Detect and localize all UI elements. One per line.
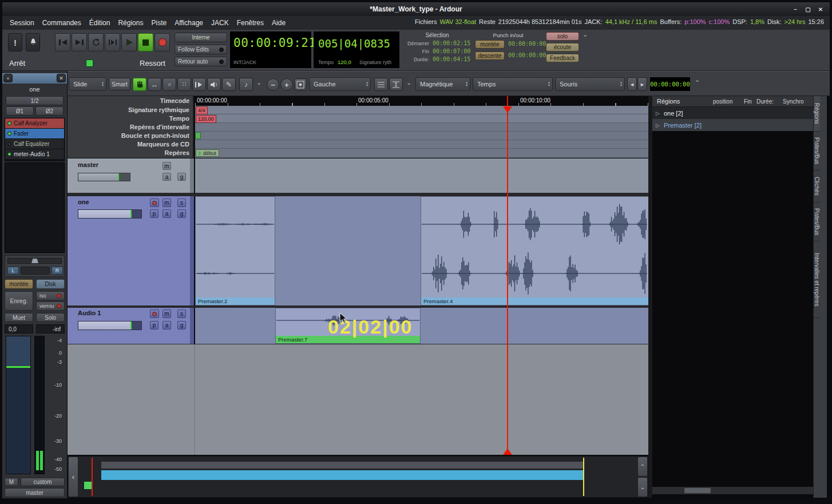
audio1-playlist-button[interactable]: p [150, 321, 159, 330]
pan-left-label[interactable]: L [7, 267, 19, 275]
one-gain-slider[interactable] [78, 209, 142, 219]
region-name-bar[interactable]: Premaster.4 [421, 297, 648, 305]
track-header-master[interactable]: master m a g [68, 158, 194, 193]
region-premaster4[interactable]: Premaster.4 [421, 196, 648, 305]
edit-point-combo[interactable]: Souris ▴▾ [555, 77, 625, 91]
record-enable-button[interactable]: Enreg. [5, 291, 33, 311]
tempo-marker[interactable]: 120,00 [196, 115, 216, 123]
processor-item[interactable]: Calf Equalizer [5, 139, 64, 149]
snap-mode-combo[interactable]: Magnétique ▴▾ [415, 77, 470, 91]
monitor-button[interactable]: écoute [546, 43, 579, 51]
punch-in-button[interactable]: montée [475, 40, 505, 49]
content-tool-button[interactable] [192, 78, 206, 91]
loop-range-marker[interactable] [195, 132, 201, 139]
playhead-bottom-marker-icon[interactable] [503, 449, 512, 455]
play-button[interactable] [121, 33, 137, 51]
pan-center-display[interactable] [21, 267, 50, 275]
menu-aide[interactable]: Aide [268, 17, 290, 29]
zoom-out-button[interactable]: − [267, 78, 279, 91]
follow-edits-button[interactable]: Follow Edits [175, 45, 227, 54]
meter-ruler[interactable]: 4/4 [195, 106, 648, 114]
pan-right-label[interactable]: R [51, 267, 63, 275]
nudge-forward-button[interactable]: ▸ [637, 77, 647, 91]
minimize-icon[interactable]: – [791, 5, 800, 13]
solo-button[interactable]: solo [546, 32, 579, 41]
timecode-ruler[interactable]: 00:00:00:00 00:00:05:00 00:00:10:00 [195, 96, 648, 106]
audio1-solo-button[interactable]: s [177, 309, 186, 318]
zoom-focus-combo[interactable]: Gauche ▴▾ [309, 77, 371, 91]
phase-2-button[interactable]: Ø2 [35, 106, 64, 116]
expander-icon[interactable]: ▷ [656, 122, 660, 128]
one-group-button[interactable]: g [177, 209, 186, 218]
start-marker[interactable]: début [196, 149, 219, 157]
audition-tool-button[interactable] [207, 78, 221, 91]
solo-strip-button[interactable]: Solo [36, 313, 65, 322]
auto-return-button[interactable]: Retour auto [175, 57, 227, 66]
punch-out-value[interactable]: 00:00:00:00 [508, 52, 546, 58]
menu-session[interactable]: Session [6, 17, 38, 29]
primary-clock[interactable]: 00:00:09:21 INT/JACK [230, 31, 311, 68]
audio1-automation-button[interactable]: a [163, 321, 171, 330]
strip-io-button[interactable]: 1/2 [6, 96, 64, 105]
master-automation-button[interactable]: a [163, 173, 171, 181]
tab-regions[interactable]: Régions [814, 96, 820, 132]
monitor-disk-button[interactable]: Disk [36, 279, 65, 289]
panel-divider[interactable] [648, 96, 652, 498]
audio1-gain-slider[interactable] [78, 321, 142, 330]
one-automation-button[interactable]: a [163, 209, 171, 218]
playhead-top-marker-icon[interactable] [503, 106, 512, 113]
audio1-group-button[interactable]: g [177, 321, 186, 330]
selection-start-value[interactable]: 00:00:02:15 [433, 40, 470, 46]
tempo-ruler[interactable]: 120,00 [195, 114, 648, 123]
goto-start-button[interactable] [55, 33, 70, 51]
one-mute-button[interactable]: m [163, 199, 171, 207]
nudge-back-button[interactable]: ◂ [627, 77, 637, 91]
strip-track-name[interactable]: one [2, 86, 67, 93]
menu-fenetres[interactable]: Fenêtres [233, 17, 268, 29]
ruler-label-timecode[interactable]: Timecode [68, 96, 193, 106]
sync-source-button[interactable]: Interne [175, 33, 227, 42]
track-lane-audio1[interactable]: Premaster.7 02|02|00 [195, 308, 648, 344]
fader-handle[interactable] [6, 366, 30, 368]
stretch-tool-button[interactable]: ∷ [177, 78, 191, 91]
audio1-mute-button[interactable]: m [163, 309, 171, 318]
tab-tracks-bus-1[interactable]: Pistes/Bus [814, 132, 820, 170]
mute-button[interactable]: Muet [5, 313, 33, 322]
play-range-button[interactable] [105, 33, 120, 51]
menu-jack[interactable]: JACK [207, 17, 233, 29]
range-tool-button[interactable]: ↔ [148, 78, 161, 91]
loop-punch-ruler[interactable] [195, 132, 648, 140]
pan-slider[interactable] [7, 258, 62, 264]
processor-item[interactable]: meter-Audio 1 [5, 149, 64, 160]
playhead[interactable] [507, 96, 508, 455]
ruler-label-meter[interactable]: Signature rythmique [68, 106, 193, 114]
track-header-audio1[interactable]: Audio 1 m s p a g [68, 308, 194, 344]
feedback-button[interactable]: Feedback [546, 54, 579, 62]
ruler-label-markers[interactable]: Repères [68, 149, 193, 158]
solo-iso-button[interactable]: iso [36, 291, 65, 300]
processor-item[interactable]: Fader [5, 129, 64, 139]
cd-marker-ruler[interactable] [195, 140, 648, 149]
summary-scroll-up-button[interactable]: ⌃ [637, 457, 648, 477]
grid-unit-combo[interactable]: Temps ▴▾ [473, 77, 553, 91]
solo-lock-button[interactable]: verrou [36, 301, 65, 311]
shrink-tracks-button[interactable] [374, 78, 388, 91]
track-height-caret-icon[interactable]: ⌄ [406, 79, 411, 86]
close-strip-button[interactable]: ✕ [57, 74, 66, 82]
tempo-value[interactable]: 120,0 [338, 59, 351, 65]
region-name-bar[interactable]: Premaster.2 [196, 297, 275, 305]
menu-commandes[interactable]: Commandes [38, 17, 85, 29]
close-icon[interactable]: ✕ [816, 5, 825, 13]
zoom-fit-button[interactable] [294, 78, 307, 91]
gain-display[interactable]: 0,0 [5, 324, 33, 334]
feedback-alert-button[interactable] [26, 33, 40, 51]
summary-end-marker[interactable] [583, 458, 584, 496]
column-length[interactable]: Durée: [756, 98, 774, 105]
record-button[interactable] [154, 33, 170, 51]
track-lane-one[interactable]: Premaster.2 Premaster.4 [195, 196, 648, 306]
column-sync[interactable]: Synchro [783, 98, 804, 105]
summary-canvas[interactable] [79, 457, 637, 497]
punch-in-value[interactable]: 00:00:00:00 [508, 41, 546, 47]
maximize-icon[interactable]: ▢ [803, 5, 813, 13]
expander-icon[interactable]: ▷ [656, 110, 660, 116]
